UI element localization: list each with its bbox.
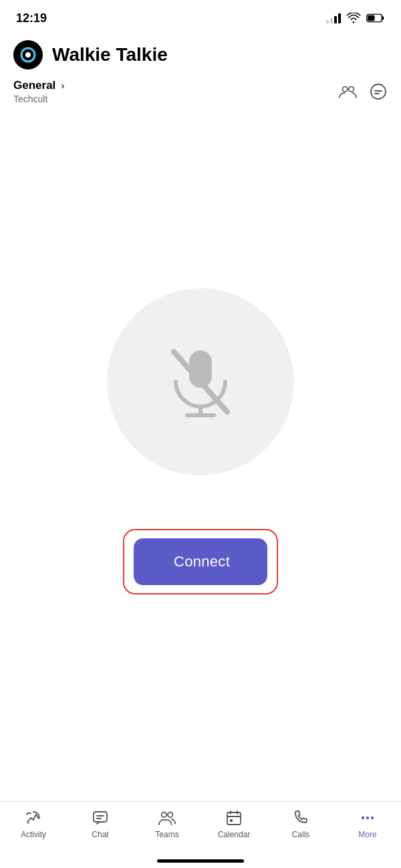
connect-button[interactable]: Connect bbox=[134, 538, 267, 585]
nav-label-more: More bbox=[358, 830, 376, 839]
mic-muted-circle bbox=[107, 288, 294, 475]
channel-row: General › Techcult bbox=[0, 75, 401, 107]
nav-label-activity: Activity bbox=[21, 830, 46, 839]
calls-nav-icon bbox=[291, 808, 310, 827]
home-indicator bbox=[157, 859, 244, 863]
app-header: Walkie Talkie bbox=[0, 33, 401, 75]
nav-item-activity[interactable]: Activity bbox=[0, 808, 67, 839]
activity-icon bbox=[24, 808, 43, 827]
svg-point-7 bbox=[371, 84, 386, 99]
main-content: Connect bbox=[0, 107, 401, 722]
teams-nav-icon bbox=[158, 808, 176, 827]
svg-rect-2 bbox=[368, 15, 374, 21]
svg-point-19 bbox=[366, 817, 369, 819]
mic-muted-icon bbox=[157, 338, 244, 425]
svg-rect-13 bbox=[94, 812, 107, 822]
status-bar: 12:19 bbox=[0, 0, 401, 33]
svg-point-14 bbox=[162, 812, 166, 817]
members-icon[interactable] bbox=[338, 82, 357, 101]
connect-button-wrapper: Connect bbox=[123, 529, 278, 594]
channel-left: General › Techcult bbox=[13, 79, 64, 104]
bottom-nav: Activity Chat Teams bbox=[0, 801, 401, 868]
nav-label-teams: Teams bbox=[155, 830, 178, 839]
app-logo bbox=[13, 40, 43, 70]
chat-icon[interactable] bbox=[369, 82, 388, 101]
status-time: 12:19 bbox=[16, 11, 47, 25]
nav-label-chat: Chat bbox=[92, 830, 108, 839]
battery-icon bbox=[366, 13, 385, 23]
nav-item-teams[interactable]: Teams bbox=[134, 808, 200, 839]
more-nav-icon bbox=[358, 808, 377, 827]
nav-item-calls[interactable]: Calls bbox=[267, 808, 334, 839]
wifi-icon bbox=[346, 13, 361, 23]
channel-chevron: › bbox=[58, 80, 64, 91]
nav-item-chat[interactable]: Chat bbox=[67, 808, 134, 839]
app-title: Walkie Talkie bbox=[52, 44, 168, 66]
status-icons bbox=[326, 13, 385, 23]
svg-point-20 bbox=[371, 817, 374, 819]
svg-point-4 bbox=[25, 52, 31, 58]
connect-area: Connect bbox=[110, 529, 291, 594]
svg-rect-1 bbox=[382, 16, 384, 20]
nav-item-calendar[interactable]: Calendar bbox=[200, 808, 267, 839]
nav-label-calls: Calls bbox=[292, 830, 310, 839]
app-logo-icon bbox=[19, 46, 37, 64]
svg-point-12 bbox=[27, 822, 29, 824]
nav-item-more[interactable]: More bbox=[334, 808, 401, 839]
svg-point-6 bbox=[349, 87, 354, 92]
signal-icon bbox=[326, 13, 341, 23]
svg-rect-16 bbox=[227, 812, 241, 825]
nav-label-calendar: Calendar bbox=[218, 830, 251, 839]
svg-rect-17 bbox=[230, 819, 233, 822]
channel-team: Techcult bbox=[13, 94, 64, 104]
chat-nav-icon bbox=[91, 808, 110, 827]
channel-name[interactable]: General › bbox=[13, 79, 64, 92]
svg-point-5 bbox=[343, 87, 348, 92]
calendar-nav-icon bbox=[225, 808, 243, 827]
channel-actions bbox=[338, 82, 388, 101]
svg-point-18 bbox=[362, 817, 364, 819]
svg-point-15 bbox=[168, 812, 172, 817]
